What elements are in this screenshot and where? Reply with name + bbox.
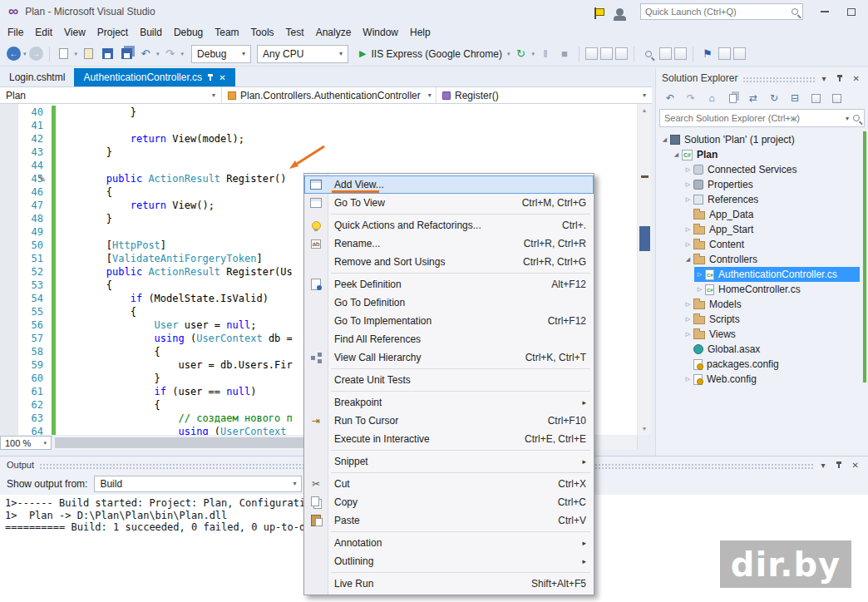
context-menu-item-rename[interactable]: Rename...Ctrl+R, Ctrl+R xyxy=(304,234,594,253)
tree-item-solution-plan-1-project[interactable]: ◢Solution 'Plan' (1 project) xyxy=(656,132,868,147)
scroll-up-icon[interactable]: ▲ xyxy=(638,104,651,116)
project-dropdown[interactable]: Plan ▾ xyxy=(0,87,222,103)
menu-team[interactable]: Team xyxy=(209,24,244,41)
tree-item-row[interactable]: App_Data xyxy=(683,207,860,222)
tab-authenticationcontroller-cs[interactable]: AuthenticationController.cs✕ xyxy=(74,68,234,86)
context-menu-item-go-to-implementation[interactable]: Go To ImplementationCtrl+F12 xyxy=(304,312,594,330)
new-file-dropdown-icon[interactable]: ▾ xyxy=(75,51,78,57)
window-position-icon[interactable]: ▾ xyxy=(819,461,828,470)
context-menu-item-copy[interactable]: CopyCtrl+C xyxy=(304,493,594,511)
tree-item-plan[interactable]: ◢Plan xyxy=(656,147,868,162)
pending-changes-filter-icon[interactable] xyxy=(726,91,739,105)
sync-with-active-document-icon[interactable]: ⇄ xyxy=(747,91,760,105)
solution-explorer-scrollbar[interactable] xyxy=(863,131,866,382)
context-menu-item-go-to-definition[interactable]: Go To Definition xyxy=(304,294,594,312)
feedback-icon[interactable] xyxy=(610,2,632,21)
refresh-icon[interactable]: ↻ xyxy=(512,46,529,62)
window-position-icon[interactable]: ▾ xyxy=(820,74,829,83)
refresh-dropdown-icon[interactable]: ▾ xyxy=(531,51,535,57)
menu-analyze[interactable]: Analyze xyxy=(310,24,358,41)
start-debugging-button[interactable]: ▶ IIS Express (Google Chrome) ▾ xyxy=(359,48,510,60)
tree-arrow-icon[interactable]: ◢ xyxy=(659,136,670,143)
tree-item-row[interactable]: ▷Web.config xyxy=(683,372,860,387)
tree-item-references[interactable]: ▷References xyxy=(656,192,868,207)
properties-icon[interactable] xyxy=(809,91,822,105)
menu-build[interactable]: Build xyxy=(134,24,168,41)
menu-view[interactable]: View xyxy=(58,24,91,41)
menu-file[interactable]: File xyxy=(2,24,29,41)
navigate-backward-dropdown-icon[interactable]: ▾ xyxy=(23,51,27,57)
tree-arrow-icon[interactable]: ▷ xyxy=(683,376,693,382)
context-menu-item-run-to-cursor[interactable]: Run To CursorCtrl+F10 xyxy=(304,412,594,430)
pin-icon[interactable] xyxy=(210,74,211,81)
step-out-icon[interactable] xyxy=(615,47,628,60)
menu-debug[interactable]: Debug xyxy=(168,24,209,41)
tree-item-authenticationcontroller-cs[interactable]: ▷AuthenticationController.cs xyxy=(656,267,868,282)
tree-item-row[interactable]: ◢Controllers xyxy=(683,252,860,267)
tree-arrow-icon[interactable]: ◢ xyxy=(683,256,693,263)
menu-test[interactable]: Test xyxy=(280,24,310,41)
maximize-button[interactable] xyxy=(838,2,865,21)
menu-help[interactable]: Help xyxy=(404,24,436,41)
tree-arrow-icon[interactable]: ▷ xyxy=(683,301,693,308)
close-icon[interactable]: ✕ xyxy=(851,74,862,83)
step-into-icon[interactable] xyxy=(585,47,598,60)
redo-icon[interactable]: ↷ xyxy=(162,46,179,62)
tree-item-content[interactable]: ▷Content xyxy=(656,237,868,252)
open-file-icon[interactable] xyxy=(80,46,96,62)
tree-arrow-icon[interactable]: ▷ xyxy=(694,286,705,293)
context-menu-item-peek-definition[interactable]: Peek DefinitionAlt+F12 xyxy=(304,275,594,294)
tree-item-app-start[interactable]: ▷App_Start xyxy=(656,222,868,237)
quick-launch-box[interactable] xyxy=(640,3,803,20)
context-menu-item-quick-actions-and-refactorings[interactable]: Quick Actions and Refactorings...Ctrl+. xyxy=(304,216,594,234)
tree-item-packages-config[interactable]: packages.config xyxy=(656,357,868,372)
context-menu-item-snippet[interactable]: Snippet▸ xyxy=(304,452,594,471)
context-menu-item-outlining[interactable]: Outlining▸ xyxy=(304,552,594,570)
tree-item-row[interactable]: ▷Content xyxy=(683,237,860,252)
tree-item-row[interactable]: ◢Plan xyxy=(671,147,860,162)
header-drag-area[interactable] xyxy=(742,76,814,82)
tree-item-connected-services[interactable]: ▷Connected Services xyxy=(656,162,868,177)
tree-arrow-icon[interactable]: ▷ xyxy=(683,166,693,173)
solution-explorer-header[interactable]: Solution Explorer ▾ ✕ xyxy=(656,68,868,88)
context-menu-item-remove-and-sort-usings[interactable]: Remove and Sort UsingsCtrl+R, Ctrl+G xyxy=(304,253,594,271)
solution-explorer-search-box[interactable]: ▾ xyxy=(659,109,865,127)
tree-item-row[interactable]: packages.config xyxy=(683,357,860,372)
context-menu-item-view-call-hierarchy[interactable]: View Call HierarchyCtrl+K, Ctrl+T xyxy=(304,348,594,367)
solution-platform-dropdown[interactable]: Any CPU ▾ xyxy=(257,45,348,63)
pin-icon[interactable] xyxy=(833,461,845,468)
quick-launch-input[interactable] xyxy=(645,7,792,17)
tree-arrow-icon[interactable]: ▷ xyxy=(683,241,693,248)
navigate-forward-icon[interactable]: → xyxy=(29,47,43,61)
show-all-files-icon[interactable] xyxy=(830,91,843,105)
close-icon[interactable]: ✕ xyxy=(850,461,861,470)
undo-dropdown-icon[interactable]: ▾ xyxy=(156,51,160,57)
indent-icon[interactable] xyxy=(718,47,731,60)
tree-item-properties[interactable]: ▷Properties xyxy=(656,177,868,192)
save-icon[interactable] xyxy=(99,46,116,62)
tree-item-views[interactable]: ▷Views xyxy=(656,327,868,342)
tree-item-row[interactable]: ◢Solution 'Plan' (1 project) xyxy=(659,132,860,147)
tree-arrow-icon[interactable]: ▷ xyxy=(683,181,693,188)
notifications-flag-icon[interactable] xyxy=(589,3,610,20)
tree-item-row[interactable]: ▷Properties xyxy=(683,177,860,192)
context-menu-item-live-run[interactable]: Live RunShift+Alt+F5 xyxy=(304,575,594,593)
context-menu-item-breakpoint[interactable]: Breakpoint▸ xyxy=(304,393,594,412)
break-all-icon[interactable]: ‖ xyxy=(537,46,554,62)
tree-arrow-icon[interactable]: ▷ xyxy=(694,271,705,278)
tree-item-controllers[interactable]: ◢Controllers xyxy=(656,252,868,267)
context-menu-item-find-all-references[interactable]: Find All References xyxy=(304,330,594,348)
save-all-icon[interactable] xyxy=(118,46,135,62)
tree-item-row[interactable]: ▷References xyxy=(683,192,860,207)
pin-icon[interactable] xyxy=(834,75,846,81)
tree-item-scripts[interactable]: ▷Scripts xyxy=(656,312,868,327)
tree-item-homecontroller-cs[interactable]: ▷HomeController.cs xyxy=(656,282,868,297)
tree-item-web-config[interactable]: ▷Web.config xyxy=(656,372,868,387)
tree-item-app-data[interactable]: App_Data xyxy=(656,207,868,222)
context-menu-item-go-to-view[interactable]: Go To ViewCtrl+M, Ctrl+G xyxy=(304,194,594,212)
tree-item-models[interactable]: ▷Models xyxy=(656,297,868,312)
context-menu-item-execute-in-interactive[interactable]: Execute in InteractiveCtrl+E, Ctrl+E xyxy=(304,430,594,448)
collapse-all-icon[interactable]: ⊟ xyxy=(788,91,801,105)
tab-login-cshtml[interactable]: Login.cshtml xyxy=(0,68,74,86)
forward-icon[interactable]: ↷ xyxy=(684,91,698,105)
